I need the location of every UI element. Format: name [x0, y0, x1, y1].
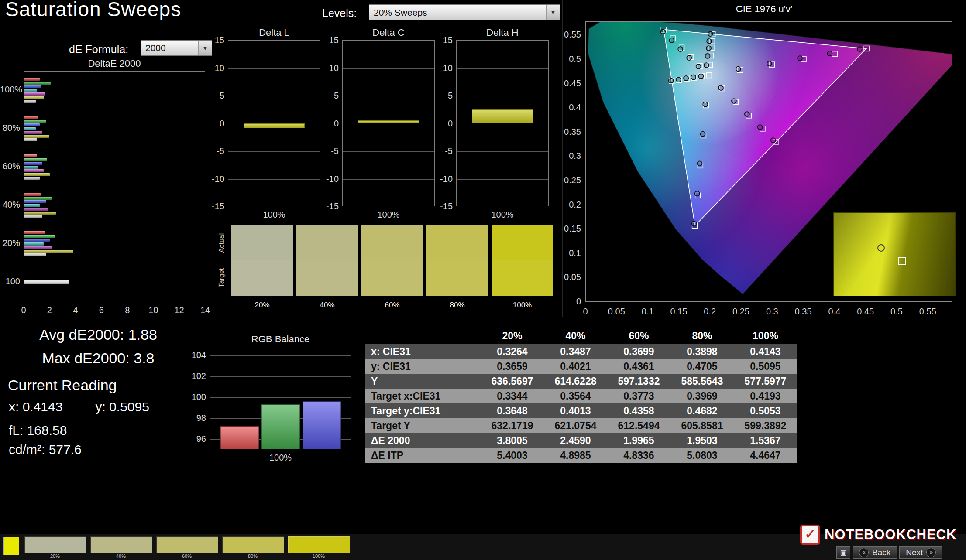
table-cell: 636.5697 — [481, 374, 544, 389]
gridline — [76, 72, 76, 301]
measurement-marker — [701, 132, 705, 137]
fl-reading: fL: 168.58 — [9, 423, 67, 438]
swatch-actual — [492, 225, 553, 260]
deltae-bar — [24, 215, 42, 218]
saturation-swatch-100%[interactable] — [288, 536, 350, 553]
swatch-actual — [231, 225, 293, 260]
deltae-bar — [24, 82, 51, 85]
table-cell: 1.9503 — [670, 433, 734, 448]
next-button[interactable]: Next» — [899, 546, 942, 559]
table-row: Target Y632.1719621.0754612.5494605.8581… — [365, 418, 797, 433]
table-cell: 4.8336 — [607, 448, 670, 463]
table-cell: 585.5643 — [670, 374, 734, 389]
current-reading-label: Current Reading — [8, 377, 117, 394]
table-cell: 612.5494 — [607, 418, 670, 433]
table-cell: 0.4193 — [734, 389, 797, 403]
deltae-bar — [24, 166, 38, 169]
swatch-target — [426, 260, 488, 296]
table-cell: 605.8581 — [670, 418, 734, 433]
delta-y-tick-label: -10 — [429, 174, 453, 184]
saturation-swatch-60%[interactable] — [156, 536, 218, 553]
measurement-marker — [695, 191, 700, 196]
gridline — [180, 72, 180, 301]
back-button[interactable]: «Back — [853, 546, 897, 559]
deltae-bar — [24, 208, 48, 211]
measurement-marker — [687, 55, 691, 60]
notebookcheck-logo: ✓ NOTEBOOKCHECK — [800, 525, 956, 545]
screen-icon: ▣ — [840, 549, 846, 557]
swatch-target — [492, 260, 553, 296]
deltae-bar — [24, 239, 50, 242]
deltae-x-tick-label: 8 — [119, 305, 136, 315]
row-label: y: CIE31 — [365, 359, 481, 374]
measurement-marker — [827, 51, 832, 56]
rgb-y-tick-label: 102 — [181, 371, 206, 381]
table-cell: 0.3969 — [670, 389, 734, 403]
delta-x-axis-label: 100% — [228, 209, 320, 220]
measurement-marker — [705, 54, 710, 58]
measurement-marker — [798, 56, 802, 61]
actual-label: Actual — [218, 230, 226, 256]
cie-inset-zoom — [833, 212, 956, 296]
deltae-bar — [24, 162, 42, 165]
gridline — [457, 96, 548, 96]
measurement-marker — [676, 77, 681, 82]
measurement-marker — [696, 64, 701, 69]
deltae-bar — [24, 96, 44, 99]
cie-y-tick-label: 0.15 — [554, 223, 581, 234]
rgb-y-tick-label: 96 — [181, 434, 206, 444]
delta-x-axis-label: 100% — [456, 209, 549, 220]
gridline — [228, 96, 320, 96]
delta-y-tick-label: -10 — [201, 174, 224, 184]
measurement-marker — [707, 39, 712, 44]
y-reading: y: 0.5095 — [95, 400, 149, 414]
table-row: ΔE ITP5.40034.89854.83365.08034.4647 — [365, 448, 797, 463]
measurement-marker — [698, 74, 703, 79]
saturation-swatch-40%[interactable] — [90, 536, 152, 553]
screen-toggle-button[interactable]: ▣ — [836, 546, 850, 559]
measurement-marker — [704, 63, 709, 68]
measurement-marker — [877, 244, 885, 252]
deltae-x-tick-label: 0 — [15, 305, 32, 315]
measurement-marker — [758, 125, 763, 130]
gridline — [457, 151, 548, 152]
swatch-label: 80% — [222, 553, 283, 559]
saturation-swatch-20%[interactable] — [24, 536, 86, 553]
measurement-marker — [678, 47, 683, 51]
color-chip[interactable] — [3, 537, 19, 555]
table-header-row: 20%40%60%80%100% — [365, 328, 797, 344]
delta-y-tick-label: 5 — [429, 90, 453, 101]
x-reading: x: 0.4143 — [9, 400, 62, 414]
avg-de-reading: Avg dE2000: 1.88 — [17, 326, 179, 343]
delta-y-tick-label: -15 — [201, 201, 224, 212]
row-label: ΔE ITP — [365, 448, 481, 463]
table-cell: 0.4705 — [670, 359, 734, 374]
measurement-marker — [718, 85, 723, 90]
row-label: x: CIE31 — [365, 344, 481, 359]
deltae-bar — [24, 235, 55, 238]
rgb-y-tick-label: 98 — [181, 413, 206, 423]
levels-dropdown[interactable]: 20% Sweeps ▼ — [369, 4, 560, 20]
measurement-table: 20%40%60%80%100%x: CIE310.32640.34870.36… — [365, 328, 797, 463]
deltae-bar — [24, 123, 40, 126]
cie-x-tick-label: 0.25 — [728, 306, 754, 317]
gridline — [343, 124, 434, 124]
rgb-y-tick-label: 104 — [181, 350, 206, 360]
table-cell: 0.5053 — [734, 403, 797, 418]
deltae-bar — [24, 177, 40, 180]
table-cell: 3.8005 — [481, 433, 544, 448]
gridline — [154, 72, 154, 301]
cie-x-tick-label: 0.35 — [790, 306, 816, 317]
measurement-marker — [703, 102, 708, 107]
gridline — [210, 397, 351, 398]
deltae-bar — [24, 120, 46, 123]
swatch-label: 20% — [231, 300, 293, 311]
table-cell: 0.3264 — [481, 344, 544, 359]
saturation-swatch-80%[interactable] — [222, 536, 284, 553]
deltae-bar — [24, 169, 44, 172]
deltae-bar — [24, 100, 36, 103]
table-cell: 0.3487 — [544, 344, 607, 359]
delta-y-tick-label: -10 — [315, 174, 339, 184]
swatch-label: 80% — [426, 300, 488, 311]
swatch-label: 40% — [90, 553, 151, 559]
